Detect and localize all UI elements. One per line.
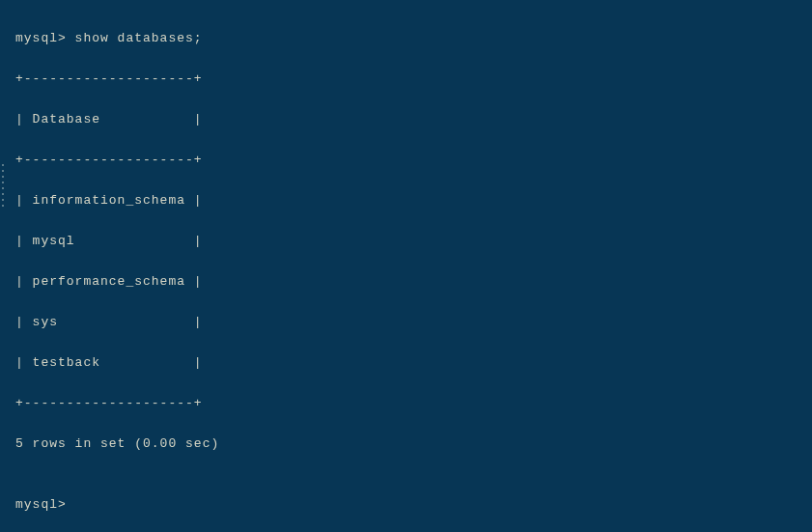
terminal-line: | performance_schema |: [15, 271, 797, 292]
terminal-output[interactable]: mysql> show databases; +----------------…: [15, 8, 797, 532]
terminal-line: mysql> show databases;: [15, 28, 797, 48]
terminal-line: | Database |: [15, 109, 797, 129]
terminal-line: 5 rows in set (0.00 sec): [15, 434, 797, 454]
terminal-line: | testback |: [15, 352, 797, 373]
terminal-line: +--------------------+: [15, 150, 797, 170]
vertical-dots-decoration: [2, 164, 4, 207]
terminal-line: +--------------------+: [15, 69, 797, 89]
terminal-line: | information_schema |: [15, 190, 797, 210]
terminal-line: mysql>: [15, 494, 797, 515]
terminal-line: +--------------------+: [15, 393, 797, 413]
terminal-line: | sys |: [15, 312, 797, 332]
terminal-line: | mysql |: [15, 231, 797, 251]
